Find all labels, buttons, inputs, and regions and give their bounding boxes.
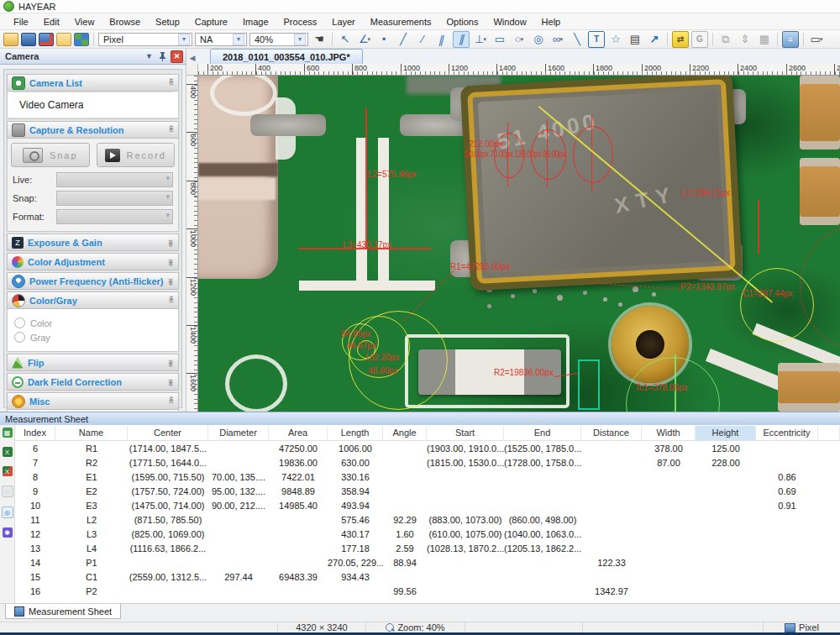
ruler-tool-icon[interactable]: ▤	[627, 31, 643, 48]
menu-browse[interactable]: Browse	[102, 15, 147, 29]
expand-icon[interactable]: »»	[166, 259, 176, 265]
snap-resolution-select[interactable]	[56, 191, 173, 206]
table-row[interactable]: 6R1(1714.00, 1847.5...47250.001006.00(19…	[15, 441, 840, 455]
col-end[interactable]: End	[504, 426, 581, 440]
col-area[interactable]: Area	[269, 426, 328, 440]
target-overlay-icon[interactable]: ◎	[2, 506, 13, 518]
fit-vertical-tool-icon[interactable]: ⇕	[737, 31, 753, 48]
table-row[interactable]: 10E3(1475.00, 714.00)90.00, 212....14985…	[15, 498, 840, 512]
close-icon[interactable]: ✕	[171, 50, 183, 63]
image-tab[interactable]: 2018_0101_003554_010.JPG*	[210, 49, 363, 64]
menu-process[interactable]: Process	[277, 15, 324, 29]
star-tool-icon[interactable]: ☆	[607, 31, 624, 48]
col-center[interactable]: Center	[128, 426, 208, 440]
pan-tool-icon[interactable]: ☚	[311, 31, 328, 48]
menu-measurements[interactable]: Measurements	[364, 15, 438, 29]
expand-icon[interactable]: »»	[166, 239, 176, 245]
open-image-icon[interactable]	[3, 33, 18, 46]
crop-tool-icon[interactable]: ▭▾	[808, 31, 825, 48]
col-name[interactable]: Name	[55, 426, 128, 440]
gray-radio[interactable]: Gray	[14, 332, 171, 343]
format-select[interactable]	[56, 209, 173, 224]
col-distance[interactable]: Distance	[581, 426, 642, 440]
table-row[interactable]: 15C1(2559.00, 1312.5...297.4469483.39934…	[15, 569, 840, 584]
col-height[interactable]: Height	[696, 426, 756, 440]
section-capture-resolution[interactable]: Capture & Resolution »»	[7, 121, 179, 139]
perpendicular-tool-icon[interactable]: ⊥▾	[472, 31, 489, 48]
table-row[interactable]: 16P299.561342.97	[15, 584, 840, 598]
calibration-combo[interactable]: NA▾	[195, 33, 247, 46]
hatch-lines-tool-icon[interactable]: ∥	[453, 31, 470, 48]
menu-setup[interactable]: Setup	[149, 15, 186, 29]
image-compare-tool-icon[interactable]: ▦	[756, 31, 773, 48]
excel-export-icon[interactable]: X	[3, 447, 13, 457]
col-width[interactable]: Width	[642, 426, 696, 440]
col-diameter[interactable]: Diameter	[208, 426, 269, 440]
save-image-icon[interactable]	[21, 33, 36, 46]
col-length[interactable]: Length	[328, 426, 383, 440]
concentric-circles-tool-icon[interactable]: ◎	[530, 31, 547, 48]
menu-options[interactable]: Options	[440, 15, 486, 29]
live-resolution-select[interactable]	[56, 172, 173, 187]
thumbnail-view-icon[interactable]	[74, 33, 89, 46]
menu-view[interactable]: View	[68, 15, 102, 29]
export-sheet-icon[interactable]: ▦	[3, 428, 13, 438]
color-radio[interactable]: Color	[14, 318, 171, 328]
calibration-tool-icon[interactable]: ⇄	[672, 31, 689, 48]
section-power-frequency[interactable]: Power Frequency (Anti-flicker) »»	[7, 272, 179, 290]
table-row[interactable]: 7R2(1771.50, 1644.0...19836.00630.00(181…	[15, 455, 840, 470]
table-row[interactable]: 9E2(1757.50, 724.00)95.00, 132....9848.8…	[15, 484, 840, 498]
rectangle-tool-icon[interactable]: ▭	[491, 31, 508, 48]
expand-icon[interactable]: »»	[166, 278, 176, 284]
collapse-icon[interactable]: »»	[166, 297, 176, 303]
notes-tool-icon[interactable]: ≡	[782, 31, 799, 48]
menu-image[interactable]: Image	[236, 15, 276, 29]
section-dark-field[interactable]: Dark Field Correction »»	[7, 373, 179, 391]
menu-edit[interactable]: Edit	[37, 15, 66, 29]
arrow-tool-icon[interactable]: ↗	[646, 31, 663, 48]
polyline-tool-icon[interactable]: ∕	[414, 31, 431, 48]
zoom-combo[interactable]: 40%▾	[249, 33, 308, 46]
menu-help[interactable]: Help	[535, 15, 568, 29]
measurement-sheet-tab[interactable]: Measurement Sheet	[5, 604, 121, 619]
save-as-icon[interactable]	[39, 33, 54, 46]
select-tool-icon[interactable]: ↖	[337, 31, 354, 48]
section-flip[interactable]: Flip »»	[7, 354, 179, 371]
pin-icon[interactable]	[157, 51, 168, 62]
section-misc[interactable]: Misc »»	[7, 392, 179, 410]
menu-window[interactable]: Window	[486, 15, 533, 29]
expand-icon[interactable]: »»	[166, 359, 176, 365]
menu-capture[interactable]: Capture	[188, 15, 234, 29]
collapse-icon[interactable]: »»	[166, 80, 176, 86]
section-exposure-gain[interactable]: Z Exposure & Gain »»	[7, 234, 179, 251]
table-row[interactable]: 14P1270.05, 229...88.94122.33	[15, 555, 840, 569]
col-start[interactable]: Start	[427, 426, 504, 440]
table-row[interactable]: 8E1(1595.00, 715.50)70.00, 135....7422.0…	[15, 470, 840, 484]
circle-overlay-icon[interactable]: ◌	[2, 485, 13, 497]
line-tool-icon[interactable]: ╱	[395, 31, 412, 48]
linked-circles-tool-icon[interactable]: ∞▾	[549, 31, 566, 48]
ellipse-tool-icon[interactable]: ○▾	[511, 31, 528, 48]
section-color-gray[interactable]: Color/Gray »»	[7, 291, 179, 309]
grid-tool-icon[interactable]: G	[691, 31, 708, 48]
table-row[interactable]: 12L3(825.00, 1069.00)430.171.60(610.00, …	[15, 527, 840, 541]
align-tool-icon[interactable]: ⧉	[717, 31, 734, 48]
col-eccentricity[interactable]: Eccentricity	[756, 426, 818, 440]
record-button[interactable]: Record	[97, 143, 176, 167]
collapse-icon[interactable]: »»	[166, 398, 176, 404]
expand-icon[interactable]: »»	[166, 379, 176, 385]
pcb-image-canvas[interactable]: 51 4000 XTY	[198, 76, 840, 412]
excel-save-icon[interactable]: X	[3, 466, 13, 476]
panel-menu-icon[interactable]: ▼	[144, 51, 155, 62]
arc-tool-icon[interactable]: ╲	[569, 31, 585, 48]
col-angle[interactable]: Angle	[383, 426, 427, 440]
camera-list-item[interactable]: Video Camera	[8, 92, 178, 118]
tab-scroll-left-icon[interactable]: ◀	[186, 52, 198, 64]
menu-file[interactable]: File	[7, 15, 35, 29]
menu-layer[interactable]: Layer	[325, 15, 362, 29]
point-tool-icon[interactable]: •	[375, 31, 392, 48]
section-camera-list[interactable]: Camera List »»	[7, 74, 179, 92]
collapse-icon[interactable]: »»	[166, 127, 176, 133]
browse-images-icon[interactable]	[56, 33, 71, 46]
snap-button[interactable]: Snap	[11, 143, 90, 167]
